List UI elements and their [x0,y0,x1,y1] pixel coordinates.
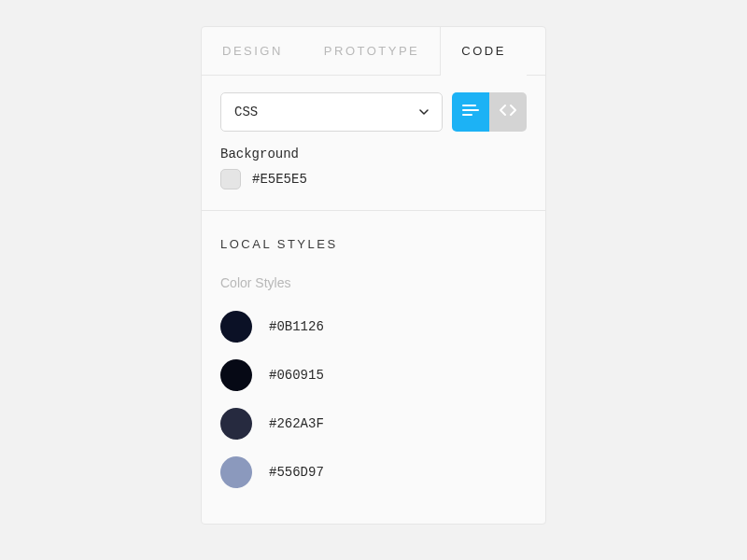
tab-code[interactable]: CODE [440,27,527,76]
background-hex: #E5E5E5 [252,172,307,187]
color-swatch [220,311,252,343]
controls-row: CSS [202,76,545,132]
chevron-down-icon [419,107,429,117]
color-hex: #0B1126 [269,319,324,334]
color-style-item[interactable]: #556D97 [220,456,527,488]
color-style-item[interactable]: #060915 [220,359,527,391]
color-hex: #262A3F [269,416,324,431]
color-swatch [220,408,252,440]
color-style-item[interactable]: #262A3F [220,408,527,440]
background-swatch[interactable] [220,169,241,189]
background-label: Background [220,147,527,161]
dropdown-selected: CSS [234,105,258,119]
language-dropdown[interactable]: CSS [220,92,443,132]
color-hex: #556D97 [269,465,324,480]
code-view-button[interactable] [489,92,527,132]
background-section: Background #E5E5E5 [202,132,545,210]
tab-design[interactable]: DESIGN [202,27,303,75]
tab-prototype[interactable]: PROTOTYPE [303,27,440,75]
list-icon [462,104,479,120]
code-icon [499,104,517,120]
local-styles-title: LOCAL STYLES [220,237,527,251]
inspector-panel: DESIGN PROTOTYPE CODE CSS Background [201,26,546,525]
color-swatch [220,359,252,391]
color-styles-title: Color Styles [220,275,527,290]
local-styles-section: LOCAL STYLES Color Styles #0B1126 #06091… [202,211,545,524]
list-view-button[interactable] [452,92,489,132]
color-swatch [220,456,252,488]
color-hex: #060915 [269,368,324,383]
view-toggle-group [452,92,527,132]
color-style-item[interactable]: #0B1126 [220,311,527,343]
background-value-row: #E5E5E5 [220,169,527,189]
tab-bar: DESIGN PROTOTYPE CODE [202,27,545,76]
